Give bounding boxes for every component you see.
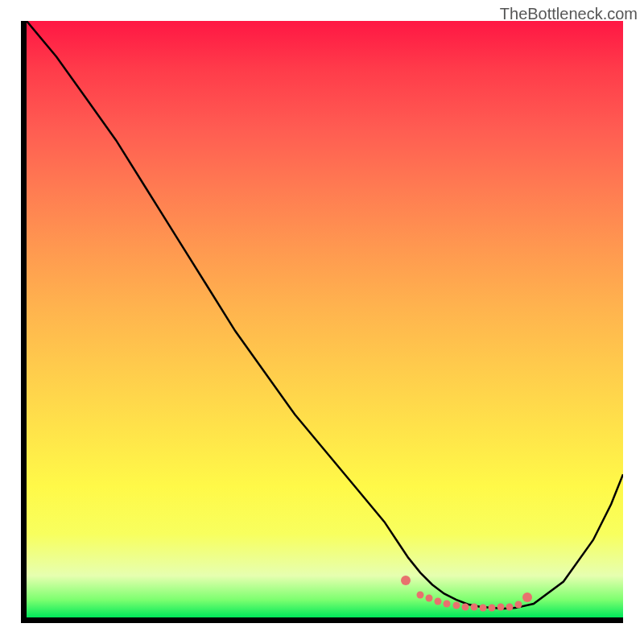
bottleneck-marker [479, 605, 486, 612]
bottleneck-marker [426, 595, 433, 602]
bottleneck-marker [470, 604, 477, 611]
bottleneck-marker [506, 603, 514, 610]
bottleneck-marker [497, 604, 505, 611]
bottleneck-marker [522, 592, 532, 602]
bottleneck-marker [488, 605, 495, 612]
marker-layer [27, 21, 623, 617]
bottleneck-marker [515, 601, 522, 608]
bottleneck-marker [461, 603, 469, 610]
bottleneck-marker [401, 576, 411, 585]
chart-container: TheBottleneck.com [0, 0, 644, 644]
plot-area [21, 21, 623, 623]
bottleneck-marker [435, 597, 442, 605]
bottleneck-marker [417, 591, 424, 598]
bottleneck-marker [444, 600, 451, 607]
bottleneck-marker [452, 602, 460, 609]
